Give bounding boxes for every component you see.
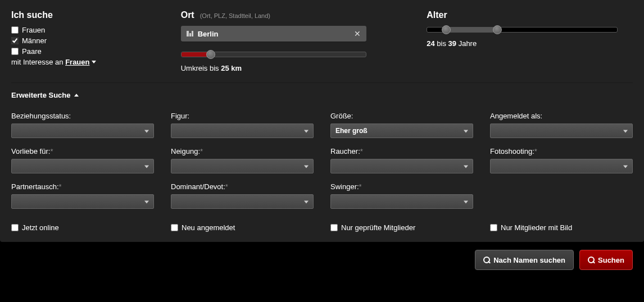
- asterisk: *: [59, 182, 62, 191]
- age-column: Alter 24 bis 39 Jahre: [427, 10, 633, 72]
- chevron-up-icon: [74, 94, 79, 97]
- filter-label: Nur geprüfte Mitglieder: [341, 223, 415, 232]
- field-label: Vorliebe für:*: [11, 147, 154, 155]
- asterisk: *: [534, 147, 537, 155]
- search-for-heading: Ich suche: [11, 10, 164, 20]
- advanced-toggle[interactable]: Erweiterte Suche: [11, 91, 79, 99]
- interest-line: mit Interesse an Frauen: [11, 58, 164, 66]
- field-label: Beziehungsstatus:: [11, 112, 154, 120]
- name-search-label: Nach Namen suchen: [493, 256, 565, 264]
- search-for-checkbox[interactable]: [11, 26, 19, 34]
- age-to: 39: [448, 39, 456, 48]
- asterisk: *: [360, 147, 363, 155]
- radius-value: 25 km: [221, 64, 242, 72]
- filter-checkbox[interactable]: [490, 224, 497, 231]
- filter-checkbox[interactable]: [330, 224, 338, 231]
- field-select[interactable]: [171, 123, 314, 138]
- field-select[interactable]: [11, 159, 154, 173]
- field-select[interactable]: [330, 159, 473, 173]
- top-row: Ich suche FrauenMännerPaare mit Interess…: [11, 10, 633, 83]
- search-for-option[interactable]: Männer: [11, 36, 164, 45]
- field-label: Swinger:*: [330, 182, 473, 191]
- search-for-label: Männer: [22, 36, 47, 45]
- age-thumb-to[interactable]: [493, 25, 502, 34]
- advanced-field: Beziehungsstatus:: [11, 112, 154, 138]
- field-select[interactable]: [490, 123, 633, 138]
- interest-dropdown[interactable]: Frauen: [65, 58, 96, 66]
- field-label: Figur:: [171, 112, 314, 120]
- field-select[interactable]: [330, 194, 473, 209]
- chevron-down-icon: [92, 61, 96, 63]
- filter-checkbox-row[interactable]: Nur Mitglieder mit Bild: [490, 223, 633, 232]
- field-label: Partnertausch:*: [11, 182, 154, 191]
- search-icon: [483, 257, 490, 263]
- age-range-fill: [446, 28, 497, 32]
- field-select[interactable]: [171, 159, 314, 173]
- search-for-label: Frauen: [22, 26, 45, 34]
- advanced-field: Vorliebe für:*: [11, 147, 154, 173]
- age-heading: Alter: [427, 10, 633, 20]
- field-label: Angemeldet als:: [490, 112, 633, 120]
- remove-location-icon[interactable]: ✕: [354, 29, 361, 38]
- search-for-checkbox[interactable]: [11, 48, 19, 55]
- search-icon: [588, 257, 595, 263]
- advanced-field: Raucher:*: [330, 147, 473, 173]
- age-label: 24 bis 39 Jahre: [427, 39, 618, 48]
- radius-label: Umkreis bis 25 km: [181, 64, 366, 72]
- name-search-button[interactable]: Nach Namen suchen: [475, 250, 574, 270]
- age-sep: bis: [437, 39, 446, 48]
- advanced-field: Figur:: [171, 112, 314, 138]
- asterisk: *: [50, 147, 53, 155]
- filter-label: Jetzt online: [22, 223, 59, 232]
- advanced-field: Partnertausch:*: [11, 182, 154, 209]
- location-tag[interactable]: Berlin ✕: [181, 26, 366, 42]
- age-slider[interactable]: 24 bis 39 Jahre: [427, 27, 618, 48]
- age-thumb-from[interactable]: [442, 25, 451, 34]
- field-select[interactable]: [490, 159, 633, 173]
- search-label: Suchen: [598, 256, 624, 264]
- location-tag-name: Berlin: [198, 30, 350, 38]
- filter-checkbox[interactable]: [11, 224, 19, 231]
- interest-prefix: mit Interesse an: [11, 58, 64, 66]
- location-column: Ort (Ort, PLZ, Stadtteil, Land) Berlin ✕…: [181, 10, 410, 72]
- field-label: Neigung:*: [171, 147, 314, 155]
- advanced-field: Dominant/Devot:*: [171, 182, 314, 209]
- field-select[interactable]: Eher groß: [330, 123, 473, 138]
- city-icon: [187, 31, 193, 36]
- field-select[interactable]: [171, 194, 314, 209]
- filter-label: Neu angemeldet: [182, 223, 235, 232]
- radius-track: [181, 52, 366, 57]
- field-label: Fotoshooting:*: [490, 147, 633, 155]
- search-for-option[interactable]: Frauen: [11, 26, 164, 34]
- search-for-checkbox[interactable]: [11, 37, 19, 44]
- age-from: 24: [427, 39, 434, 48]
- location-hint: (Ort, PLZ, Stadtteil, Land): [200, 12, 270, 19]
- search-for-label: Paare: [22, 47, 42, 56]
- advanced-field: Neigung:*: [171, 147, 314, 173]
- filter-checkbox-row[interactable]: Neu angemeldet: [171, 223, 314, 232]
- advanced-grid: Beziehungsstatus:Figur:Größe:Eher großAn…: [11, 112, 633, 209]
- radius-prefix: Umkreis bis: [181, 64, 219, 72]
- asterisk: *: [200, 147, 203, 155]
- interest-value: Frauen: [65, 58, 89, 66]
- advanced-field: Swinger:*: [330, 182, 473, 209]
- search-for-option[interactable]: Paare: [11, 47, 164, 56]
- search-button[interactable]: Suchen: [579, 250, 633, 270]
- age-track: [427, 27, 618, 33]
- asterisk: *: [359, 182, 362, 191]
- field-select[interactable]: [11, 123, 154, 138]
- radius-slider[interactable]: Umkreis bis 25 km: [181, 52, 366, 72]
- location-heading-text: Ort: [181, 10, 194, 20]
- filter-checkbox-row[interactable]: Jetzt online: [11, 223, 154, 232]
- filter-checkbox-row[interactable]: Nur geprüfte Mitglieder: [330, 223, 473, 232]
- search-panel: Ich suche FrauenMännerPaare mit Interess…: [0, 0, 644, 242]
- footer-buttons: Nach Namen suchen Suchen: [0, 242, 644, 270]
- field-select[interactable]: [11, 194, 154, 209]
- filter-label: Nur Mitglieder mit Bild: [501, 223, 572, 232]
- radius-thumb[interactable]: [206, 50, 215, 59]
- asterisk: *: [225, 182, 228, 191]
- advanced-heading: Erweiterte Suche: [11, 91, 71, 99]
- age-suffix: Jahre: [459, 39, 477, 48]
- filter-checkbox[interactable]: [171, 224, 178, 231]
- advanced-field: Angemeldet als:: [490, 112, 633, 138]
